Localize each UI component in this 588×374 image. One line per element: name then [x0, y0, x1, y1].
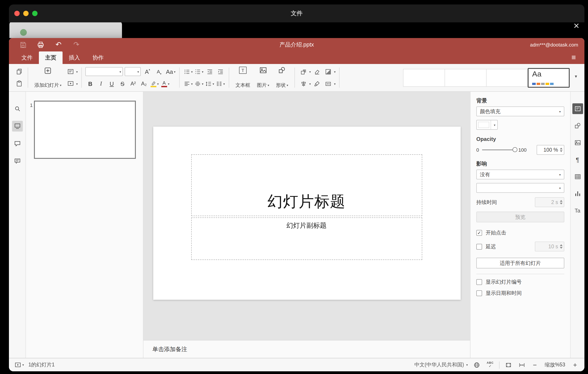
insert-shape-button[interactable]: 形状 ▾: [273, 66, 291, 89]
fill-color-button[interactable]: [323, 67, 333, 77]
slide-settings-tab[interactable]: [572, 103, 583, 114]
close-icon[interactable]: ×: [570, 20, 583, 32]
tab-collaboration[interactable]: 协作: [86, 51, 110, 64]
print-button[interactable]: [36, 40, 46, 50]
slide-canvas[interactable]: 幻灯片标题 幻灯片副标题: [143, 92, 470, 340]
language-select[interactable]: 中文(中华人民共和国) ▾: [414, 362, 468, 368]
theme-option-selected[interactable]: Aa: [528, 68, 570, 88]
bold-button[interactable]: B: [85, 79, 95, 88]
subscript-button[interactable]: A₂: [139, 79, 149, 88]
zoom-out-button[interactable]: −: [531, 361, 539, 369]
spinner-arrows[interactable]: [560, 148, 564, 152]
checkbox-unchecked[interactable]: [476, 290, 482, 296]
decrease-indent-button[interactable]: [205, 67, 214, 77]
start-slideshow-button[interactable]: [65, 79, 75, 88]
hamburger-menu-button[interactable]: ≡: [567, 51, 580, 64]
align-shape-button[interactable]: [298, 79, 308, 88]
font-name-select[interactable]: ▾: [85, 67, 123, 76]
superscript-button[interactable]: A²: [128, 79, 138, 88]
set-language-button[interactable]: [472, 360, 481, 369]
line-spacing-button[interactable]: ▾: [205, 79, 214, 88]
duration-input[interactable]: 2 s: [535, 197, 564, 207]
tab-home[interactable]: 主页: [39, 51, 63, 64]
theme-option[interactable]: [445, 69, 486, 87]
font-color-button[interactable]: A ▾: [160, 79, 170, 88]
search-button[interactable]: [12, 103, 22, 114]
start-slideshow-status-button[interactable]: ▾: [14, 361, 24, 368]
spell-check-button[interactable]: ABC ✓: [486, 360, 495, 369]
show-date-time-row[interactable]: 显示日期和时间: [476, 290, 564, 297]
notes-area[interactable]: 单击添加备注: [143, 340, 470, 358]
theme-gallery-expand-button[interactable]: ▾: [571, 66, 581, 86]
bullet-list-button[interactable]: ▾: [183, 67, 193, 77]
increase-font-button[interactable]: A ▴: [143, 67, 152, 77]
show-slide-number-row[interactable]: 显示幻灯片编号: [476, 279, 564, 286]
copy-style-button[interactable]: [312, 79, 322, 88]
subtitle-placeholder[interactable]: 幻灯片副标题: [191, 217, 422, 260]
effect-select[interactable]: 没有 ▾: [476, 170, 564, 179]
theme-option[interactable]: [486, 69, 528, 87]
checkbox-checked[interactable]: ✓: [476, 230, 482, 236]
check-icon: ✓: [477, 231, 481, 235]
strikethrough-button[interactable]: S: [117, 79, 127, 88]
title-placeholder[interactable]: 幻灯片标题: [191, 154, 422, 216]
tab-file[interactable]: 文件: [15, 51, 39, 64]
paste-button[interactable]: [14, 79, 24, 88]
undo-button[interactable]: ↶: [54, 40, 63, 50]
increase-indent-button[interactable]: [215, 67, 225, 77]
underline-button[interactable]: U: [107, 79, 117, 88]
change-case-button[interactable]: Aa ▾: [166, 67, 176, 77]
add-slide-button[interactable]: 添加幻灯片 ▾: [32, 66, 64, 89]
save-button[interactable]: [18, 40, 28, 50]
font-size-select[interactable]: ▾: [125, 67, 141, 76]
copy-button[interactable]: [14, 67, 24, 77]
apply-to-all-slides-button[interactable]: 适用于所有幻灯片: [476, 258, 564, 268]
shape-settings-tab[interactable]: [572, 120, 583, 131]
decrease-font-button[interactable]: A ▾: [154, 67, 164, 77]
slide[interactable]: 幻灯片标题 幻灯片副标题: [153, 127, 461, 300]
numbered-list-button[interactable]: ▾: [194, 67, 204, 77]
clear-style-button[interactable]: [312, 67, 322, 77]
slides-panel-button[interactable]: [12, 121, 22, 132]
insert-textbox-button[interactable]: T 文本框: [233, 66, 253, 89]
checkbox-unchecked[interactable]: [476, 279, 482, 285]
paragraph-settings-tab[interactable]: ¶: [572, 154, 583, 165]
comments-button[interactable]: [12, 138, 22, 149]
opacity-slider[interactable]: [482, 149, 515, 150]
preview-button[interactable]: 预览: [476, 212, 564, 222]
table-settings-tab[interactable]: [572, 171, 583, 182]
background-fill-select[interactable]: 颜色填充 ▾: [476, 107, 564, 116]
opacity-input[interactable]: 100 %: [537, 145, 564, 155]
slide-layout-button[interactable]: [65, 67, 75, 77]
textart-settings-tab[interactable]: Ta: [572, 205, 583, 216]
fit-to-slide-button[interactable]: [504, 360, 513, 369]
image-settings-tab[interactable]: [572, 137, 583, 148]
slide-size-button[interactable]: [323, 79, 333, 88]
checkbox-unchecked[interactable]: [476, 244, 482, 249]
zoom-in-button[interactable]: +: [571, 361, 579, 369]
arrange-shape-button[interactable]: [298, 67, 308, 77]
horizontal-align-button[interactable]: ▾: [183, 79, 193, 88]
slide-thumbnail[interactable]: [34, 101, 136, 159]
start-on-click-checkbox-row[interactable]: ✓ 开始点击: [476, 230, 564, 236]
vertical-align-button[interactable]: ▾: [194, 79, 204, 88]
chart-settings-tab[interactable]: [572, 188, 583, 199]
italic-button[interactable]: I: [96, 79, 106, 88]
effect-variant-select[interactable]: ▾: [476, 183, 564, 193]
delay-input[interactable]: 10 s: [535, 242, 564, 252]
background-color-picker[interactable]: ▾: [476, 120, 498, 130]
close-traffic-button[interactable]: [14, 11, 20, 16]
slides-icon: [14, 122, 21, 130]
insert-image-button[interactable]: 图片 ▾: [254, 66, 272, 89]
columns-button[interactable]: ▾: [215, 79, 225, 88]
redo-button[interactable]: ↷: [72, 40, 81, 50]
tab-insert[interactable]: 插入: [63, 51, 86, 64]
minimize-traffic-button[interactable]: [23, 11, 29, 16]
highlight-color-button[interactable]: ▾: [150, 79, 159, 88]
chat-button[interactable]: [12, 156, 22, 166]
delay-checkbox-row[interactable]: 延迟: [476, 243, 496, 250]
slider-knob[interactable]: [513, 147, 517, 152]
fullscreen-traffic-button[interactable]: [32, 11, 38, 16]
theme-option[interactable]: [403, 69, 445, 87]
fit-to-width-button[interactable]: [517, 360, 526, 369]
